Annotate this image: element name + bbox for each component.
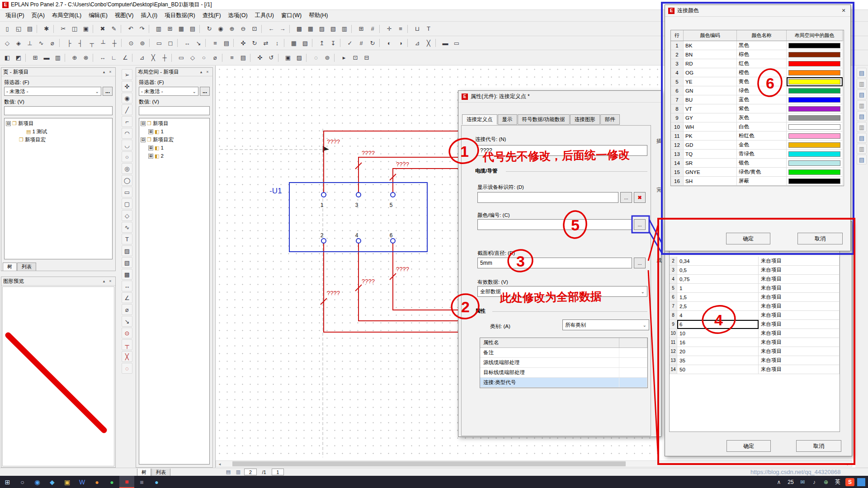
color-swatch-cell[interactable] [787, 150, 843, 159]
expand-icon[interactable]: ⊡ [350, 52, 361, 63]
toolbar-icon[interactable] [334, 54, 337, 62]
color-swatch-cell[interactable] [787, 113, 843, 122]
color-number-browse-button[interactable]: ... [634, 219, 646, 230]
ok-button[interactable]: 确定 [726, 233, 770, 244]
redo-icon[interactable]: ↷ [137, 23, 147, 34]
layout-sheet-icon-5[interactable]: ▤ [857, 111, 867, 121]
tray-chevron-icon[interactable]: ∧ [773, 476, 785, 488]
cross-section-row[interactable]: 5 1 来自项目 [670, 284, 840, 293]
toolbar-icon[interactable] [205, 39, 208, 47]
layout-space-tab-active[interactable]: 1 [272, 469, 284, 475]
menu-find[interactable]: 查找(F) [199, 10, 225, 21]
shield-tool-icon[interactable]: ◌ [122, 363, 132, 374]
app-icon[interactable]: ■ [134, 476, 149, 488]
toolbar-icon[interactable] [306, 54, 309, 62]
connection-code-input[interactable] [477, 145, 647, 156]
cancel-button[interactable]: 取消 [797, 233, 843, 244]
tree-expander-icon[interactable]: ⊟ [141, 121, 146, 126]
hatch-tool-icon[interactable]: ▧ [122, 257, 132, 268]
device-tag-browse-button[interactable]: ... [620, 192, 632, 203]
box-icon[interactable]: ▭ [451, 38, 462, 48]
tree-expander-icon[interactable]: ⊟ [6, 121, 11, 126]
hatch-icon[interactable]: ▨ [294, 52, 305, 63]
eplan-taskbar-icon[interactable]: ■ [119, 476, 134, 488]
terminal-icon[interactable]: ⊥ [24, 38, 35, 48]
delete-icon[interactable]: ✖ [97, 23, 108, 34]
toolbar-icon[interactable] [312, 39, 315, 47]
color-row[interactable]: 12 GD 金色 [671, 141, 844, 150]
color-swatch-cell[interactable] [787, 122, 843, 131]
toolbar-icon[interactable] [379, 25, 382, 33]
toolbar-icon[interactable] [233, 39, 236, 47]
color-swatch-cell[interactable] [787, 68, 843, 77]
black-box-icon[interactable]: ◻ [165, 38, 176, 48]
select-tool-icon[interactable]: ➢ [122, 69, 132, 80]
toolbar-icon[interactable] [121, 25, 124, 33]
ok-button[interactable]: 确定 [726, 440, 771, 452]
tree-node-project[interactable]: ⊟ ❒ 新项目 [5, 119, 112, 127]
toolbar-icon[interactable] [53, 25, 57, 33]
angle-icon[interactable]: ∠ [120, 52, 131, 63]
language-indicator[interactable]: 英 [832, 478, 844, 486]
layout-sheet-icon-1[interactable]: ▤ [857, 68, 867, 78]
cable-icon[interactable]: ∿ [36, 38, 47, 48]
layout-sheet-icon-4[interactable]: ▥ [857, 100, 867, 110]
toolbar-icon[interactable] [340, 39, 343, 47]
t-node-tool-icon[interactable]: ┬ [122, 339, 132, 350]
value-input[interactable] [139, 106, 210, 115]
spline-tool-icon[interactable]: ∿ [122, 222, 132, 233]
menu-edit[interactable]: 编辑(E) [85, 10, 111, 21]
cross-section-row[interactable]: 13 35 来自项目 [670, 356, 840, 365]
ring-icon[interactable]: ⊚ [322, 52, 333, 63]
window-macro-icon[interactable]: ⊞ [165, 23, 175, 34]
menu-help[interactable]: 帮助(H) [305, 10, 331, 21]
color-row[interactable]: 6 GN 绿色 [671, 86, 844, 95]
invert-icon[interactable]: ◑ [395, 38, 406, 48]
color-row[interactable]: 11 PK 粉红色 [671, 131, 844, 141]
grid-medium-icon[interactable]: ▦ [305, 23, 316, 34]
grid-off-icon[interactable]: ▥ [339, 23, 350, 34]
send-back-icon[interactable]: ↧ [328, 38, 339, 48]
mesh-icon[interactable]: # [356, 38, 367, 48]
busbar-icon[interactable]: ▬ [440, 38, 451, 48]
page-macro-icon[interactable]: ▥ [153, 23, 164, 34]
toolbar-icon[interactable] [132, 54, 135, 62]
property-row[interactable]: 备注 [480, 348, 647, 358]
sheet-icon[interactable]: ▥ [234, 469, 242, 475]
mounting-rail-icon[interactable]: ▬ [41, 52, 52, 63]
tray-usb-icon[interactable]: ⊕ [820, 476, 832, 488]
cross-section-row[interactable]: 8 4 来自项目 [670, 311, 840, 320]
view-cube-icon[interactable]: ◩ [13, 52, 24, 63]
color-swatch-cell[interactable] [787, 86, 843, 95]
search-button[interactable]: ○ [15, 476, 30, 488]
layout-sheet-icon-7[interactable]: ▤ [857, 133, 867, 143]
break-point-tool-icon[interactable]: ╳ [122, 351, 132, 362]
net-node-icon[interactable]: ⊚ [137, 38, 148, 48]
color-row[interactable]: 3 RD 红色 [671, 59, 844, 68]
tree-node-macro-space-2[interactable]: ⊞ ◧ 2 [139, 152, 209, 160]
collapse-icon[interactable]: ⊟ [361, 52, 372, 63]
toolbar-icon[interactable] [149, 25, 152, 33]
scroll-right-icon[interactable]: ▸ [844, 461, 852, 467]
move-tool-icon[interactable]: ✜ [255, 52, 265, 63]
stretch-icon[interactable]: ↕ [272, 38, 283, 48]
menu-utilities[interactable]: 工具(U) [251, 10, 278, 21]
cross-section-row[interactable]: 10 10 来自项目 [670, 329, 840, 338]
bring-front-icon[interactable]: ↥ [316, 38, 327, 48]
toolbar-icon[interactable] [222, 54, 225, 62]
square-tool-icon[interactable]: ▢ [122, 198, 132, 209]
menu-project[interactable]: 项目(P) [2, 10, 28, 21]
show-desktop-button[interactable] [857, 478, 865, 486]
color-row[interactable]: 7 BU 蓝色 [671, 95, 844, 104]
symbol-macro-icon[interactable]: ▦ [176, 23, 187, 34]
device-tag-input[interactable] [477, 192, 618, 203]
tab-display[interactable]: 显示 [498, 114, 517, 125]
tab-tree[interactable]: 树 [3, 263, 17, 271]
tree-expander-icon[interactable]: ⊞ [148, 145, 153, 150]
copy-icon[interactable]: ◫ [69, 23, 80, 34]
property-row[interactable]: 连接:类型代号 [480, 378, 647, 388]
color-row[interactable]: 10 WH 白色 [671, 122, 844, 131]
layout-sheet-icon-3[interactable]: ▤ [857, 89, 867, 99]
color-swatch-cell[interactable] [787, 50, 843, 59]
color-swatch-cell[interactable] [787, 159, 843, 168]
